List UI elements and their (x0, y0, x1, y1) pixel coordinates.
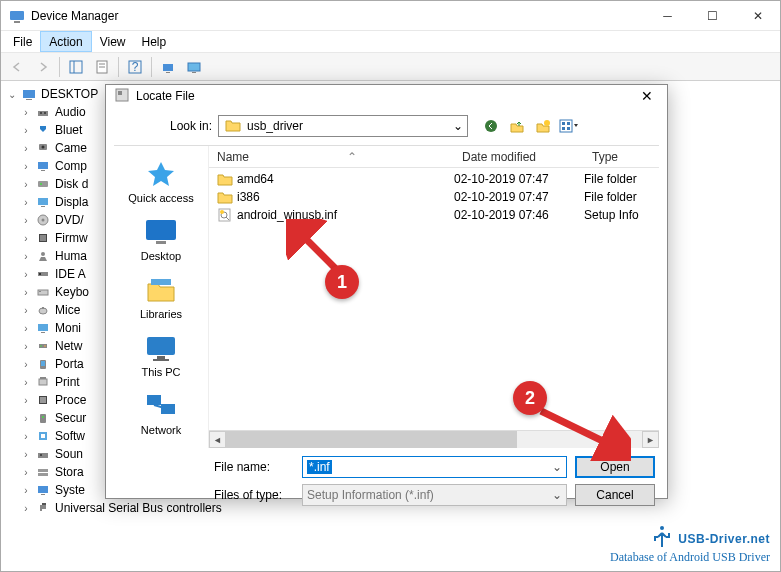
dialog-close-button[interactable]: ✕ (633, 85, 661, 107)
expand-icon[interactable]: › (21, 287, 31, 298)
device-icon (35, 140, 51, 156)
expand-icon[interactable]: › (21, 323, 31, 334)
file-list[interactable]: amd6402-10-2019 07:47File folderi38602-1… (209, 168, 659, 430)
lookin-dropdown[interactable]: usb_driver ⌄ (218, 115, 468, 137)
scroll-right-button[interactable]: ► (642, 431, 659, 448)
expand-icon[interactable]: › (21, 503, 31, 514)
expand-icon[interactable]: › (21, 269, 31, 280)
place-desktop[interactable]: Desktop (114, 210, 208, 268)
desktop-icon (143, 216, 179, 248)
svg-rect-32 (39, 273, 41, 275)
expand-icon[interactable]: › (21, 485, 31, 496)
filename-value: *.inf (307, 460, 332, 474)
svg-point-53 (40, 454, 42, 456)
svg-rect-71 (147, 337, 175, 355)
file-type: Setup Info (584, 208, 659, 222)
dialog-titlebar[interactable]: Locate File ✕ (106, 85, 667, 107)
back-button (5, 55, 29, 79)
menubar: File Action View Help (1, 31, 780, 53)
column-type[interactable]: Type (584, 150, 659, 164)
cancel-button[interactable]: Cancel (575, 484, 655, 506)
file-row[interactable]: i38602-10-2019 07:47File folder (209, 188, 659, 206)
dialog-icon (114, 87, 130, 106)
svg-point-61 (485, 120, 497, 132)
places-bar: Quick access Desktop Libraries This PC N… (114, 146, 209, 448)
svg-rect-69 (156, 241, 166, 244)
chevron-down-icon[interactable]: ⌄ (552, 460, 562, 474)
svg-rect-57 (41, 494, 45, 495)
device-icon (35, 158, 51, 174)
place-libraries[interactable]: Libraries (114, 268, 208, 326)
svg-rect-74 (147, 395, 161, 405)
tree-node-label: Comp (55, 159, 87, 173)
show-hide-tree-button[interactable] (64, 55, 88, 79)
file-row[interactable]: android_winusb.inf02-10-2019 07:46Setup … (209, 206, 659, 224)
expand-icon[interactable]: › (21, 377, 31, 388)
maximize-button[interactable]: ☐ (690, 1, 735, 30)
file-list-header[interactable]: Name⌃ Date modified Type (209, 146, 659, 168)
svg-point-40 (40, 345, 42, 347)
scroll-left-button[interactable]: ◄ (209, 431, 226, 448)
expand-icon[interactable]: › (21, 179, 31, 190)
scan-hardware-button[interactable] (156, 55, 180, 79)
expand-icon[interactable]: › (21, 233, 31, 244)
expand-icon[interactable]: › (21, 143, 31, 154)
this-pc-icon (143, 332, 179, 364)
new-folder-button[interactable] (532, 115, 554, 137)
expand-icon[interactable]: › (21, 197, 31, 208)
column-date[interactable]: Date modified (454, 150, 584, 164)
chevron-down-icon: ⌄ (552, 488, 562, 502)
tree-node-label: Softw (55, 429, 85, 443)
svg-rect-29 (40, 235, 46, 241)
up-one-level-button[interactable] (506, 115, 528, 137)
minimize-button[interactable]: ─ (645, 1, 690, 30)
filename-input[interactable]: *.inf ⌄ (302, 456, 567, 478)
expand-icon[interactable]: › (21, 107, 31, 118)
expand-icon[interactable]: › (21, 125, 31, 136)
expand-icon[interactable]: › (21, 395, 31, 406)
svg-rect-10 (166, 72, 170, 73)
tree-node-label: Disk d (55, 177, 88, 191)
place-quick-access[interactable]: Quick access (114, 152, 208, 210)
tree-node-label: Print (55, 375, 80, 389)
help-button[interactable]: ? (123, 55, 147, 79)
device-icon (35, 122, 51, 138)
menu-file[interactable]: File (5, 31, 40, 52)
tree-node-label: Syste (55, 483, 85, 497)
expand-icon[interactable]: › (21, 413, 31, 424)
column-name[interactable]: Name⌃ (209, 150, 454, 164)
svg-rect-15 (38, 111, 48, 116)
menu-help[interactable]: Help (134, 31, 175, 52)
svg-rect-37 (38, 324, 48, 331)
expand-icon[interactable]: › (21, 215, 31, 226)
filetype-value: Setup Information (*.inf) (307, 488, 434, 502)
properties-button[interactable] (90, 55, 114, 79)
back-button[interactable] (480, 115, 502, 137)
svg-rect-56 (38, 486, 48, 493)
annotation-badge-1: 1 (325, 265, 359, 299)
expand-icon[interactable]: › (21, 251, 31, 262)
expand-icon[interactable]: › (21, 431, 31, 442)
monitor-button[interactable] (182, 55, 206, 79)
menu-view[interactable]: View (92, 31, 134, 52)
expand-icon[interactable]: › (21, 467, 31, 478)
expand-icon[interactable]: › (21, 161, 31, 172)
menu-action[interactable]: Action (40, 31, 91, 52)
file-type: File folder (584, 190, 659, 204)
place-network[interactable]: Network (114, 384, 208, 442)
close-button[interactable]: ✕ (735, 1, 780, 30)
expand-icon[interactable]: › (21, 449, 31, 460)
expand-icon[interactable]: › (21, 341, 31, 352)
svg-rect-52 (38, 453, 48, 458)
collapse-icon[interactable]: ⌄ (7, 89, 17, 100)
filetype-label: Files of type: (214, 488, 294, 502)
expand-icon[interactable]: › (21, 305, 31, 316)
file-row[interactable]: amd6402-10-2019 07:47File folder (209, 170, 659, 188)
device-icon (35, 320, 51, 336)
view-menu-button[interactable] (558, 115, 580, 137)
scroll-thumb[interactable] (226, 431, 517, 448)
svg-rect-43 (41, 361, 45, 366)
expand-icon[interactable]: › (21, 359, 31, 370)
place-this-pc[interactable]: This PC (114, 326, 208, 384)
tree-node-label: Moni (55, 321, 81, 335)
